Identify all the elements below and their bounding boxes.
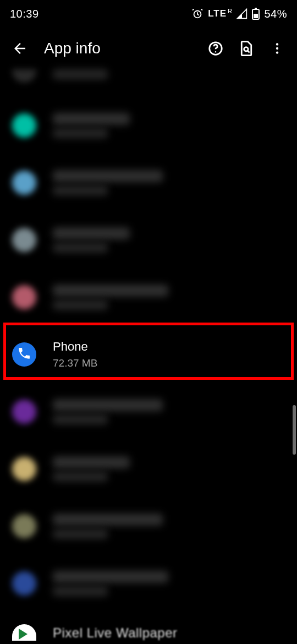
app-icon [12, 400, 36, 424]
search-in-page-button[interactable] [233, 35, 260, 62]
help-icon [207, 40, 224, 57]
phone-icon [17, 346, 31, 363]
app-icon [12, 514, 36, 538]
svg-point-8 [276, 47, 278, 50]
scrollbar-thumb[interactable] [293, 405, 296, 455]
list-item[interactable] [0, 498, 297, 555]
help-button[interactable] [202, 35, 229, 62]
list-item[interactable] [0, 154, 297, 211]
network-type: LTE [208, 8, 227, 19]
app-size-label: 72.37 MB [53, 357, 97, 369]
battery-icon [252, 8, 260, 20]
app-icon [12, 285, 36, 309]
battery-pct: 54% [264, 8, 287, 20]
overflow-menu-button[interactable] [264, 35, 290, 62]
list-item-text [53, 514, 163, 539]
svg-point-5 [215, 51, 217, 53]
screen-title: App info [44, 40, 198, 57]
svg-rect-3 [254, 14, 258, 18]
app-icon [12, 457, 36, 481]
list-item[interactable] [0, 383, 297, 440]
app-name-label: Phone [53, 340, 97, 354]
list-item[interactable] [0, 440, 297, 498]
list-item[interactable]: Pixel Live Wallpaper [0, 612, 297, 641]
phone-app-icon [12, 342, 36, 367]
status-right-cluster: LTE R 54% [191, 8, 287, 20]
list-item[interactable] [0, 97, 297, 154]
list-item-text [53, 571, 168, 596]
list-item[interactable] [0, 211, 297, 269]
status-bar: 10:39 LTE R 54% [0, 0, 297, 28]
app-icon [12, 571, 36, 596]
signal-icon [237, 8, 248, 19]
list-item-text [53, 456, 130, 482]
list-item-text [53, 399, 163, 424]
list-item-text [53, 170, 163, 195]
alarm-icon [191, 8, 204, 20]
app-icon [12, 228, 36, 252]
app-icon [12, 171, 36, 195]
svg-point-6 [244, 47, 249, 52]
list-item-text [53, 69, 108, 79]
status-time: 10:39 [10, 8, 39, 20]
list-item-text [53, 113, 130, 138]
svg-point-9 [276, 51, 278, 53]
app-bar: App info [0, 28, 297, 69]
list-item[interactable] [0, 269, 297, 326]
list-item-text: Phone 72.37 MB [53, 340, 97, 369]
app-list[interactable]: Phone 72.37 MB Pixel Live Wallpaper [0, 69, 297, 641]
list-item[interactable] [0, 69, 297, 97]
app-name-label: Pixel Live Wallpaper [53, 625, 178, 641]
arrow-left-icon [12, 40, 28, 57]
back-button[interactable] [7, 35, 33, 62]
list-item-text [53, 285, 168, 310]
app-icon [12, 624, 36, 641]
app-icon [12, 113, 36, 138]
roaming-indicator: R [228, 8, 232, 14]
app-icon [12, 69, 36, 83]
find-in-page-icon [238, 40, 255, 57]
svg-point-7 [276, 43, 278, 45]
more-vert-icon [270, 41, 284, 56]
svg-rect-2 [255, 8, 257, 9]
list-item-phone[interactable]: Phone 72.37 MB [0, 326, 297, 383]
list-item-text [53, 227, 130, 253]
list-item-text: Pixel Live Wallpaper [53, 625, 178, 641]
list-item[interactable] [0, 555, 297, 612]
